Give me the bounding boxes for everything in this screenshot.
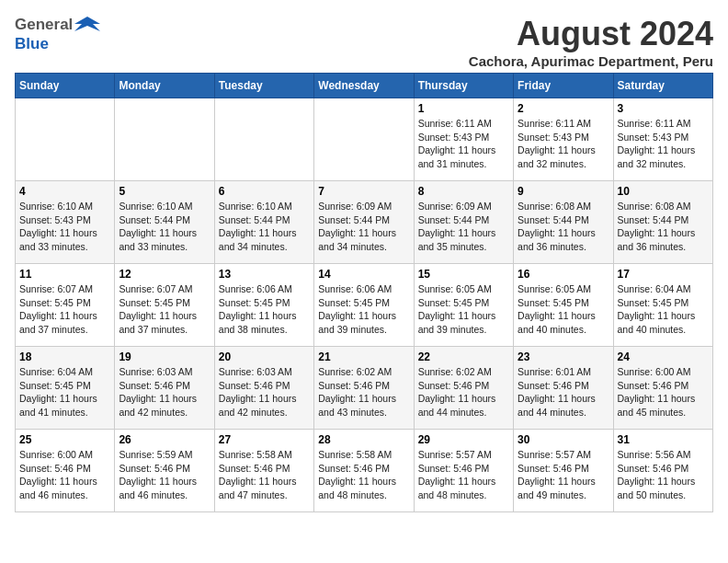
day-detail: Sunrise: 6:04 AM Sunset: 5:45 PM Dayligh… [618, 282, 709, 337]
day-number: 30 [518, 433, 609, 446]
day-detail: Sunrise: 5:59 AM Sunset: 5:46 PM Dayligh… [119, 448, 210, 502]
calendar-cell [214, 98, 313, 181]
calendar-cell: 9Sunrise: 6:08 AM Sunset: 5:44 PM Daylig… [514, 181, 613, 264]
day-number: 15 [418, 268, 509, 281]
calendar-cell: 12Sunrise: 6:07 AM Sunset: 5:45 PM Dayli… [115, 264, 214, 347]
calendar-cell: 15Sunrise: 6:05 AM Sunset: 5:45 PM Dayli… [414, 264, 513, 347]
header-day-tuesday: Tuesday [214, 74, 313, 98]
day-number: 19 [119, 350, 210, 363]
calendar-cell: 8Sunrise: 6:09 AM Sunset: 5:44 PM Daylig… [414, 181, 513, 264]
day-number: 2 [518, 102, 609, 115]
day-detail: Sunrise: 6:02 AM Sunset: 5:46 PM Dayligh… [418, 365, 509, 419]
header-day-thursday: Thursday [414, 74, 513, 98]
day-detail: Sunrise: 6:04 AM Sunset: 5:45 PM Dayligh… [19, 365, 110, 419]
day-number: 24 [618, 350, 709, 363]
day-detail: Sunrise: 6:03 AM Sunset: 5:46 PM Dayligh… [219, 365, 310, 419]
calendar-cell: 5Sunrise: 6:10 AM Sunset: 5:44 PM Daylig… [115, 181, 214, 264]
day-detail: Sunrise: 6:06 AM Sunset: 5:45 PM Dayligh… [219, 282, 310, 337]
day-number: 27 [219, 433, 310, 446]
calendar-week-3: 11Sunrise: 6:07 AM Sunset: 5:45 PM Dayli… [16, 264, 713, 347]
calendar-cell: 19Sunrise: 6:03 AM Sunset: 5:46 PM Dayli… [115, 347, 214, 430]
day-number: 14 [318, 268, 409, 281]
calendar-cell: 20Sunrise: 6:03 AM Sunset: 5:46 PM Dayli… [214, 347, 313, 430]
day-detail: Sunrise: 6:10 AM Sunset: 5:43 PM Dayligh… [19, 200, 110, 254]
calendar-cell: 13Sunrise: 6:06 AM Sunset: 5:45 PM Dayli… [214, 264, 313, 347]
calendar-cell: 4Sunrise: 6:10 AM Sunset: 5:43 PM Daylig… [16, 181, 115, 264]
header-day-saturday: Saturday [613, 74, 712, 98]
day-detail: Sunrise: 6:11 AM Sunset: 5:43 PM Dayligh… [518, 117, 609, 171]
page-title: August 2024 [469, 15, 713, 53]
calendar-cell [16, 98, 115, 181]
page-subtitle: Cachora, Apurimac Department, Peru [469, 53, 713, 69]
calendar-cell: 25Sunrise: 6:00 AM Sunset: 5:46 PM Dayli… [16, 430, 115, 512]
day-number: 6 [219, 185, 310, 198]
calendar-cell: 10Sunrise: 6:08 AM Sunset: 5:44 PM Dayli… [613, 181, 712, 264]
calendar-cell: 30Sunrise: 5:57 AM Sunset: 5:46 PM Dayli… [514, 430, 613, 512]
calendar-week-4: 18Sunrise: 6:04 AM Sunset: 5:45 PM Dayli… [16, 347, 713, 430]
day-number: 28 [318, 433, 409, 446]
header-day-wednesday: Wednesday [314, 74, 414, 98]
day-number: 16 [518, 268, 609, 281]
day-detail: Sunrise: 6:08 AM Sunset: 5:44 PM Dayligh… [518, 200, 609, 254]
day-detail: Sunrise: 6:09 AM Sunset: 5:44 PM Dayligh… [318, 200, 409, 254]
day-number: 3 [618, 102, 709, 115]
day-detail: Sunrise: 6:05 AM Sunset: 5:45 PM Dayligh… [518, 282, 609, 337]
calendar-week-2: 4Sunrise: 6:10 AM Sunset: 5:43 PM Daylig… [16, 181, 713, 264]
day-detail: Sunrise: 5:57 AM Sunset: 5:46 PM Dayligh… [418, 448, 509, 502]
day-number: 18 [19, 350, 110, 363]
day-number: 31 [618, 433, 709, 446]
calendar-cell: 21Sunrise: 6:02 AM Sunset: 5:46 PM Dayli… [314, 347, 414, 430]
title-section: August 2024 Cachora, Apurimac Department… [469, 15, 713, 69]
calendar-cell: 6Sunrise: 6:10 AM Sunset: 5:44 PM Daylig… [214, 181, 313, 264]
calendar-cell: 27Sunrise: 5:58 AM Sunset: 5:46 PM Dayli… [214, 430, 313, 512]
day-detail: Sunrise: 5:58 AM Sunset: 5:46 PM Dayligh… [318, 448, 409, 502]
calendar-week-5: 25Sunrise: 6:00 AM Sunset: 5:46 PM Dayli… [16, 430, 713, 512]
day-number: 12 [119, 268, 210, 281]
logo-bird-icon [74, 15, 100, 35]
header: General Blue August 2024 Cachora, Apurim… [15, 15, 713, 69]
day-number: 11 [19, 268, 110, 281]
calendar-cell: 7Sunrise: 6:09 AM Sunset: 5:44 PM Daylig… [314, 181, 414, 264]
day-number: 20 [219, 350, 310, 363]
day-detail: Sunrise: 6:05 AM Sunset: 5:45 PM Dayligh… [418, 282, 509, 337]
day-detail: Sunrise: 6:08 AM Sunset: 5:44 PM Dayligh… [618, 200, 709, 254]
logo: General Blue [15, 15, 100, 53]
day-number: 26 [119, 433, 210, 446]
calendar-header-row: SundayMondayTuesdayWednesdayThursdayFrid… [16, 74, 713, 98]
calendar-cell: 28Sunrise: 5:58 AM Sunset: 5:46 PM Dayli… [314, 430, 414, 512]
day-detail: Sunrise: 6:11 AM Sunset: 5:43 PM Dayligh… [618, 117, 709, 171]
calendar-cell: 3Sunrise: 6:11 AM Sunset: 5:43 PM Daylig… [613, 98, 712, 181]
day-detail: Sunrise: 6:07 AM Sunset: 5:45 PM Dayligh… [119, 282, 210, 337]
calendar-cell: 16Sunrise: 6:05 AM Sunset: 5:45 PM Dayli… [514, 264, 613, 347]
day-detail: Sunrise: 6:11 AM Sunset: 5:43 PM Dayligh… [418, 117, 509, 171]
calendar-cell: 23Sunrise: 6:01 AM Sunset: 5:46 PM Dayli… [514, 347, 613, 430]
day-detail: Sunrise: 5:58 AM Sunset: 5:46 PM Dayligh… [219, 448, 310, 502]
day-number: 21 [318, 350, 409, 363]
calendar-cell: 22Sunrise: 6:02 AM Sunset: 5:46 PM Dayli… [414, 347, 513, 430]
calendar-cell: 18Sunrise: 6:04 AM Sunset: 5:45 PM Dayli… [16, 347, 115, 430]
calendar-cell: 11Sunrise: 6:07 AM Sunset: 5:45 PM Dayli… [16, 264, 115, 347]
day-detail: Sunrise: 6:10 AM Sunset: 5:44 PM Dayligh… [119, 200, 210, 254]
calendar-table: SundayMondayTuesdayWednesdayThursdayFrid… [15, 73, 713, 512]
calendar-cell: 26Sunrise: 5:59 AM Sunset: 5:46 PM Dayli… [115, 430, 214, 512]
calendar-cell: 17Sunrise: 6:04 AM Sunset: 5:45 PM Dayli… [613, 264, 712, 347]
day-detail: Sunrise: 6:06 AM Sunset: 5:45 PM Dayligh… [318, 282, 409, 337]
day-detail: Sunrise: 6:09 AM Sunset: 5:44 PM Dayligh… [418, 200, 509, 254]
day-detail: Sunrise: 6:10 AM Sunset: 5:44 PM Dayligh… [219, 200, 310, 254]
day-detail: Sunrise: 6:00 AM Sunset: 5:46 PM Dayligh… [618, 365, 709, 419]
day-number: 1 [418, 102, 509, 115]
day-number: 13 [219, 268, 310, 281]
day-number: 9 [518, 185, 609, 198]
logo-blue: Blue [15, 35, 49, 53]
calendar-cell [314, 98, 414, 181]
header-day-friday: Friday [514, 74, 613, 98]
day-number: 10 [618, 185, 709, 198]
calendar-cell: 1Sunrise: 6:11 AM Sunset: 5:43 PM Daylig… [414, 98, 513, 181]
day-detail: Sunrise: 6:00 AM Sunset: 5:46 PM Dayligh… [19, 448, 110, 502]
calendar-cell [115, 98, 214, 181]
day-detail: Sunrise: 5:56 AM Sunset: 5:46 PM Dayligh… [618, 448, 709, 502]
calendar-cell: 29Sunrise: 5:57 AM Sunset: 5:46 PM Dayli… [414, 430, 513, 512]
header-day-monday: Monday [115, 74, 214, 98]
day-detail: Sunrise: 5:57 AM Sunset: 5:46 PM Dayligh… [518, 448, 609, 502]
day-number: 8 [418, 185, 509, 198]
